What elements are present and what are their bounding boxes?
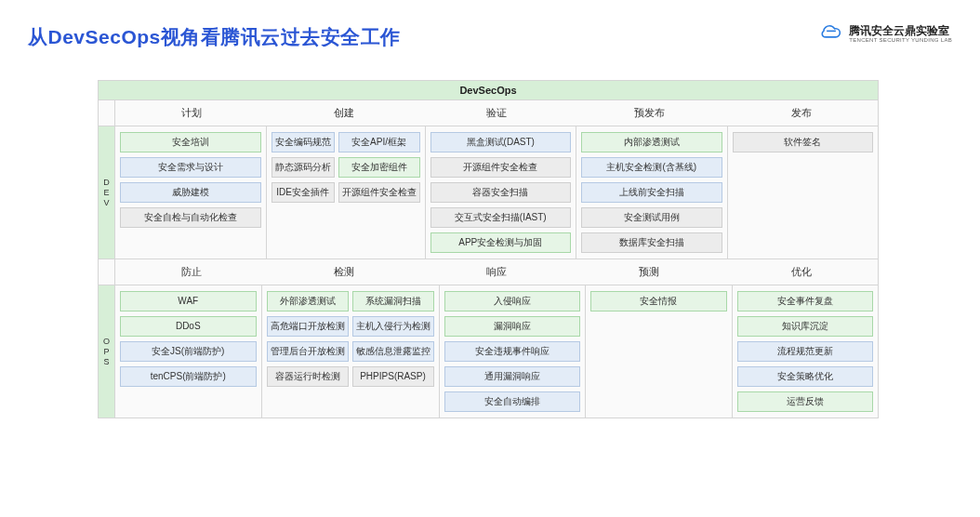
diagram-item: 通用漏洞响应 xyxy=(444,366,581,387)
diagram-item: 安全JS(前端防护) xyxy=(120,341,257,362)
diagram-item: 上线前安全扫描 xyxy=(581,182,722,203)
diagram-item: 安全测试用例 xyxy=(581,207,722,228)
diagram-item: 外部渗透测试 xyxy=(267,291,349,312)
diagram-item: 知识库沉淀 xyxy=(737,316,874,337)
diagram-item: 安全培训 xyxy=(120,132,261,152)
diagram-item: 安全违规事件响应 xyxy=(444,341,581,362)
dev-row: DEV 安全培训安全需求与设计威胁建模安全自检与自动化检查 安全编码规范静态源码… xyxy=(99,126,878,259)
ops-row: OPS WAFDDoS安全JS(前端防护)tenCPS(前端防护) 外部渗透测试… xyxy=(99,285,878,418)
diagram-item: 主机安全检测(含基线) xyxy=(581,157,722,178)
diagram-item: 安全API/框架 xyxy=(338,132,420,152)
diagram-item: 安全情报 xyxy=(590,291,727,312)
diagram-item: 漏洞响应 xyxy=(444,316,581,337)
diagram-item: 入侵响应 xyxy=(444,291,581,312)
diagram-item: 安全事件复盘 xyxy=(737,291,874,312)
phase-release: 发布 xyxy=(725,100,878,126)
phase-verify: 验证 xyxy=(420,100,573,126)
diagram-item: 主机入侵行为检测 xyxy=(352,316,434,337)
brand-logo: 腾讯安全云鼎实验室 TENCENT SECURITY YUNDING LAB xyxy=(819,20,952,48)
diagram-item: 流程规范更新 xyxy=(737,341,874,362)
dev-side-label xyxy=(99,100,115,126)
phase-plan: 计划 xyxy=(115,100,268,126)
phase-predict: 预测 xyxy=(573,259,725,285)
phase-create: 创建 xyxy=(268,100,420,126)
diagram-item: 安全加密组件 xyxy=(338,157,420,178)
diagram-item: APP安全检测与加固 xyxy=(430,232,572,253)
devsecops-diagram: DevSecOps 计划 创建 验证 预发布 发布 DEV 安全培训安全需求与设… xyxy=(98,80,879,418)
diagram-item: 数据库安全扫描 xyxy=(581,232,722,253)
diagram-item: 运营反馈 xyxy=(737,391,874,412)
logo-text-cn: 腾讯安全云鼎实验室 xyxy=(849,25,952,37)
diagram-item: tenCPS(前端防护) xyxy=(120,366,257,387)
ops-side-label-spacer xyxy=(99,259,115,285)
diagram-item: 容器运行时检测 xyxy=(267,366,349,387)
diagram-item: 敏感信息泄露监控 xyxy=(352,341,434,362)
diagram-item: DDoS xyxy=(120,316,257,337)
ops-header-row: 防止 检测 响应 预测 优化 xyxy=(99,259,878,285)
phase-prerelease: 预发布 xyxy=(573,100,725,126)
diagram-item: 静态源码分析 xyxy=(271,157,335,178)
dev-header-row: 计划 创建 验证 预发布 发布 xyxy=(99,100,878,126)
diagram-item: WAF xyxy=(120,291,257,312)
diagram-item: 容器安全扫描 xyxy=(430,182,572,203)
phase-prevent: 防止 xyxy=(115,259,268,285)
diagram-item: 内部渗透测试 xyxy=(581,132,722,152)
cloud-shield-icon xyxy=(819,20,843,48)
logo-text-en: TENCENT SECURITY YUNDING LAB xyxy=(849,37,952,44)
phase-respond: 响应 xyxy=(420,259,573,285)
diagram-item: 黑盒测试(DAST) xyxy=(430,132,572,152)
diagram-item: 威胁建模 xyxy=(120,182,261,203)
diagram-item: 开源组件安全检查 xyxy=(430,157,572,178)
diagram-item: 交互式安全扫描(IAST) xyxy=(430,207,572,228)
dev-label: DEV xyxy=(99,126,115,258)
diagram-item: 高危端口开放检测 xyxy=(267,316,349,337)
diagram-item: 系统漏洞扫描 xyxy=(352,291,434,312)
ops-label: OPS xyxy=(99,285,115,418)
phase-optimize: 优化 xyxy=(725,259,878,285)
diagram-item: 管理后台开放检测 xyxy=(267,341,349,362)
diagram-item: 软件签名 xyxy=(733,132,874,152)
diagram-item: 安全自动编排 xyxy=(444,391,581,412)
diagram-item: PHPIPS(RASP) xyxy=(352,366,434,387)
diagram-item: 安全策略优化 xyxy=(737,366,874,387)
phase-detect: 检测 xyxy=(268,259,420,285)
diagram-banner: DevSecOps xyxy=(99,81,878,100)
diagram-item: 安全编码规范 xyxy=(271,132,335,152)
page-title: 从DevSecOps视角看腾讯云过去安全工作 xyxy=(28,24,401,50)
diagram-item: 安全需求与设计 xyxy=(120,157,261,178)
diagram-item: 开源组件安全检查 xyxy=(338,182,420,203)
diagram-item: 安全自检与自动化检查 xyxy=(120,207,261,228)
diagram-item: IDE安全插件 xyxy=(271,182,335,203)
